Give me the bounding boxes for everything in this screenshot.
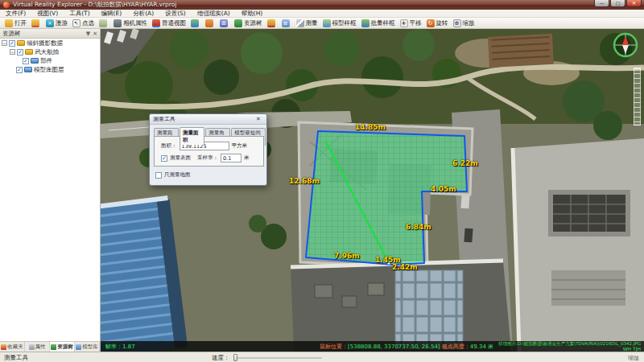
resource-tree-button[interactable]: 资源树 — [232, 19, 265, 28]
open-button[interactable]: 打开 — [2, 19, 29, 28]
roam-button[interactable]: ×漫游 — [43, 19, 70, 28]
camera-props-button[interactable]: 相机属性 — [111, 19, 150, 28]
compass-widget[interactable] — [612, 31, 639, 59]
pick-cursor-icon: ↖ — [72, 19, 80, 27]
ortho-view-button[interactable] — [203, 19, 217, 28]
pin-icon[interactable]: ▼ — [86, 31, 90, 37]
dimension-label: 7.96m — [334, 252, 360, 260]
window-controls: — □ ✕ — [593, 0, 642, 7]
menu-settings[interactable]: 设置(S) — [159, 10, 192, 18]
minimize-button[interactable]: — — [594, 0, 609, 7]
dialog-close-icon[interactable]: ✕ — [254, 116, 263, 122]
layer-icon — [24, 67, 32, 72]
active-tool-label: 测量工具 — [4, 354, 28, 362]
panel-close-icon[interactable]: ✕ — [93, 31, 97, 37]
application-window: Virtual Reality Explorer - D:\航拍数据\HYAR\… — [0, 0, 644, 362]
favorites-icon — [1, 344, 6, 350]
menu-tools[interactable]: 工具(T) — [64, 10, 95, 18]
properties-icon — [29, 344, 35, 350]
panel-header: 资源树 ▼ ✕ — [0, 29, 100, 39]
aerial-photo-scene — [101, 29, 644, 352]
layer-icon — [31, 58, 39, 64]
rotate-icon: ↻ — [427, 19, 435, 27]
terrain-view-icon — [191, 19, 199, 27]
open-folder-icon — [5, 19, 13, 27]
area-label: 面积： — [161, 142, 177, 150]
menu-help[interactable]: 帮助(H) — [236, 10, 269, 18]
sample-rate-label: 采样率： — [197, 154, 218, 162]
batch-frame-button[interactable]: 批量样框 — [359, 19, 398, 28]
tree-node-dataset[interactable]: − ✓ 倾斜摄影数据 — [0, 39, 100, 47]
split-view-icon: ⊞ — [220, 19, 228, 27]
dialog-title-bar[interactable]: 测量工具 ✕ — [150, 114, 266, 125]
tab-measure-area[interactable]: 测量面积 — [180, 127, 204, 145]
model-frame-button[interactable]: 模型样框 — [320, 19, 359, 28]
map-button[interactable] — [97, 19, 111, 28]
roam-icon: × — [46, 19, 54, 27]
split-view-button[interactable]: ⊞ — [217, 19, 232, 28]
surface-label: 测量表面 — [170, 154, 191, 162]
catalog-button[interactable] — [265, 19, 279, 28]
speed-slider-track[interactable] — [235, 357, 322, 359]
dimension-label: 14.85m — [355, 123, 386, 131]
checkbox-checked[interactable]: ✓ — [16, 67, 23, 73]
sample-unit: 米 — [244, 154, 250, 162]
zoom-icon: ⊕ — [453, 19, 461, 27]
tab-resource-tree[interactable]: 资源树 — [50, 342, 75, 352]
pan-button[interactable]: +平移 — [398, 19, 424, 28]
surface-checkbox-checked[interactable]: ✓ — [161, 155, 167, 162]
dimension-label: 2.42m — [392, 263, 418, 271]
main-toolbar: 打开 ×漫游 ↖点选 相机属性 普通视图 ⊞ 资源树 ≡ 测量 模型样框 批量样… — [0, 18, 644, 29]
tree-node-parts[interactable]: ✓ 部件 — [0, 56, 100, 65]
area-unit: 平方米 — [232, 142, 248, 150]
status-bar: 测量工具 速度： 缩放 — [0, 352, 644, 362]
model-frame-icon — [323, 19, 331, 27]
dimension-label: 6.84m — [406, 223, 431, 231]
resource-tree-panel: 资源树 ▼ ✕ − ✓ 倾斜摄影数据 − ✓ 武大航拍 ✓ 部件 ✓ 模型库图层 — [0, 29, 101, 341]
tree-node-project[interactable]: − ✓ 武大航拍 — [0, 47, 100, 56]
menu-file[interactable]: 文件(F) — [0, 10, 31, 18]
viewport-status-bar: 帧率：1.87 鼠标位置：[538808.88, 3370737.50, 26.… — [101, 341, 644, 352]
tab-favorites[interactable]: 收藏夹 — [0, 342, 25, 352]
collapse-icon[interactable]: − — [2, 40, 7, 46]
menu-edit[interactable]: 编辑(E) — [96, 10, 128, 18]
tree-node-model-layer[interactable]: ✓ 模型库图层 — [0, 65, 100, 74]
normal-view-icon — [152, 19, 160, 27]
zoom-button[interactable]: ⊕缩放 — [451, 19, 477, 28]
maximize-button[interactable]: □ — [610, 0, 625, 7]
collapse-icon[interactable]: − — [10, 49, 15, 55]
menu-analysis[interactable]: 分析(A) — [127, 10, 159, 18]
tab-model-library[interactable]: 模型库 — [75, 342, 100, 352]
list-icon: ≡ — [282, 19, 290, 27]
checkbox-checked[interactable]: ✓ — [17, 49, 23, 56]
pick-button[interactable]: ↖点选 — [70, 19, 97, 28]
speed-slider-thumb[interactable] — [233, 354, 237, 361]
measure-button[interactable]: 测量 — [294, 19, 320, 28]
scale-ruler[interactable] — [634, 68, 641, 125]
export-button[interactable] — [29, 19, 43, 28]
sample-rate-field[interactable] — [221, 154, 242, 162]
app-logo-icon — [3, 2, 10, 8]
menu-ar[interactable]: 增强现实(A) — [192, 10, 236, 18]
measure-icon — [296, 19, 304, 27]
close-button[interactable]: ✕ — [626, 0, 642, 7]
rotate-button[interactable]: ↻旋转 — [424, 19, 451, 28]
texture-readout: 纹理图片:D:\航拍数据\标准化生产方案\TDVA(RIA)\0216D\L_0… — [498, 341, 641, 352]
menu-view[interactable]: 视图(V) — [31, 10, 64, 18]
fps-readout: 帧率：1.87 — [105, 343, 135, 351]
dialog-title: 测量工具 — [153, 115, 254, 123]
tree-icon — [51, 344, 56, 350]
measure-tool-dialog: 测量工具 ✕ 测量距离 测量面积 测量角度 模型最短间距 面积： 平方米 ✓ 测… — [149, 113, 267, 186]
dimension-label: 12.68m — [289, 177, 320, 185]
terrain-view-button[interactable] — [188, 19, 203, 28]
normal-view-button[interactable]: 普通视图 — [150, 19, 188, 28]
list-button[interactable]: ≡ — [279, 19, 294, 28]
tab-properties[interactable]: 属性 — [25, 342, 50, 352]
checkbox-checked[interactable]: ✓ — [23, 58, 29, 64]
viewport-3d[interactable]: 14.85m 12.68m 6.22m 4.05m 6.84m 7.96m 1.… — [101, 29, 644, 352]
dimension-label: 4.05m — [431, 185, 456, 193]
pan-icon: + — [400, 19, 408, 27]
ground-only-checkbox-unchecked[interactable] — [155, 172, 162, 179]
model-library-icon — [76, 344, 81, 350]
checkbox-checked[interactable]: ✓ — [9, 40, 15, 47]
